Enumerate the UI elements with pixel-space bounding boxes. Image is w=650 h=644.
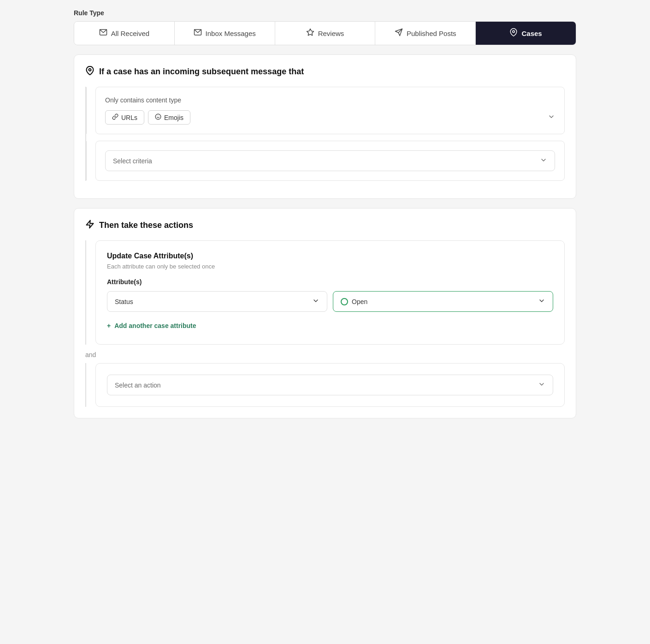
conditions-container: Only contains content type URLs [85,87,565,181]
condition-block-2: Select criteria [95,141,565,181]
tag-row-with-arrow: URLs Emojis [105,110,555,125]
svg-marker-2 [307,29,313,36]
add-attribute-label: Add another case attribute [114,322,196,329]
tab-inbox-messages-label: Inbox Messages [206,30,256,37]
update-case-attributes-title: Update Case Attribute(s) [107,252,553,260]
content-type-dropdown-arrow[interactable] [548,113,555,122]
select-action-arrow [538,381,545,389]
tab-reviews-label: Reviews [318,30,344,37]
select-action-placeholder: Select an action [115,382,161,389]
svg-point-5 [513,30,515,33]
condition-section: If a case has an incoming subsequent mes… [74,54,576,199]
attribute-row: Status Open [107,291,553,312]
condition-title: If a case has an incoming subsequent mes… [99,67,304,77]
actions-container: Update Case Attribute(s) Each attribute … [85,240,565,345]
svg-point-6 [89,69,91,71]
action-header-icon [85,220,95,231]
open-dropdown-arrow [538,297,545,306]
update-case-attributes-subtitle: Each attribute can only be selected once [107,263,553,270]
add-case-attribute-button[interactable]: + Add another case attribute [107,318,196,333]
attributes-label: Attribute(s) [107,278,553,286]
inbox-icon [194,28,202,38]
open-value-dropdown[interactable]: Open [333,291,553,312]
tag-urls[interactable]: URLs [105,110,144,125]
all-received-icon [99,28,107,38]
action-header: Then take these actions [85,220,565,231]
select-action-container: Select an action [85,363,565,407]
rule-type-label: Rule Type [74,9,576,17]
tab-inbox-messages[interactable]: Inbox Messages [175,22,275,45]
tab-all-received[interactable]: All Received [74,22,175,45]
select-action-block: Select an action [95,363,565,407]
condition-header: If a case has an incoming subsequent mes… [85,66,565,78]
condition-header-icon [85,66,95,78]
tag-emojis-label: Emojis [164,114,183,121]
condition-label-1: Only contains content type [105,96,555,104]
status-dropdown-arrow [312,297,319,306]
svg-marker-10 [87,221,94,228]
tab-cases[interactable]: Cases [476,22,576,45]
open-value: Open [352,298,367,305]
select-criteria-arrow [540,156,547,165]
status-value: Status [115,298,133,305]
reviews-icon [306,28,314,38]
published-posts-icon [395,28,403,38]
tab-published-posts-label: Published Posts [407,30,456,37]
and-label: and [85,351,565,358]
add-attribute-plus-icon: + [107,322,111,329]
select-action-dropdown[interactable]: Select an action [107,375,553,395]
status-attribute-dropdown[interactable]: Status [107,291,327,312]
tag-urls-label: URLs [121,114,137,121]
action-section: Then take these actions Update Case Attr… [74,208,576,418]
select-criteria-placeholder: Select criteria [113,157,152,165]
tab-published-posts[interactable]: Published Posts [375,22,476,45]
tab-cases-label: Cases [521,30,542,37]
open-status-circle [341,298,348,305]
tag-emojis[interactable]: Emojis [148,110,190,125]
update-case-attributes-block: Update Case Attribute(s) Each attribute … [95,240,565,345]
svg-point-7 [155,114,161,119]
tab-all-received-label: All Received [111,30,149,37]
status-open-indicator: Open [341,298,367,305]
condition-block-1: Only contains content type URLs [95,87,565,134]
emoji-icon [155,113,161,121]
tab-bar: All Received Inbox Messages Reviews [74,21,576,45]
cases-icon [509,28,518,38]
action-title: Then take these actions [99,221,193,230]
select-criteria-dropdown[interactable]: Select criteria [105,150,555,171]
tab-reviews[interactable]: Reviews [275,22,376,45]
url-icon [112,113,118,121]
tags-container: URLs Emojis [105,110,548,125]
